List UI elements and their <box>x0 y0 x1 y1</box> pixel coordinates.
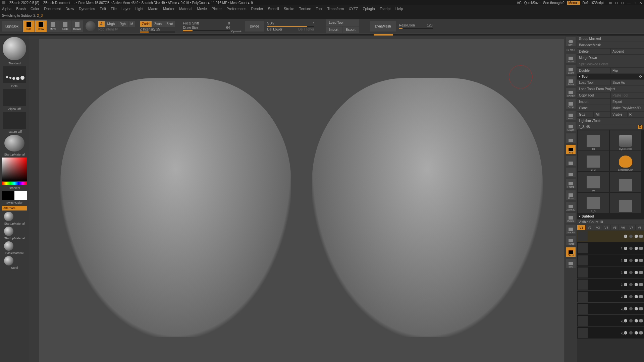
nav-persp[interactable]: Persp <box>566 99 576 109</box>
nav-aahalf[interactable]: AAHalf <box>566 88 576 97</box>
tool-thumb-4[interactable]: 10 <box>578 172 609 192</box>
nav-ghost[interactable]: Ghost <box>566 247 576 257</box>
double-button[interactable]: Double <box>577 68 610 73</box>
mode-mrgb[interactable]: Mrgb <box>105 21 117 27</box>
menu-xyzz[interactable]: XYZZ <box>348 7 358 11</box>
hue-strip[interactable] <box>2 182 27 185</box>
scale-mode-button[interactable]: Scale <box>59 20 71 32</box>
mode-m[interactable]: M <box>128 21 135 27</box>
tool-thumb-3[interactable]: SimpleBrush <box>610 151 641 171</box>
dynamesh-button[interactable]: DynaMesh <box>370 21 396 32</box>
nav-actual[interactable]: Actual <box>566 76 576 86</box>
subtool-row-2_1[interactable]: 2_1 <box>577 315 644 327</box>
nav-btn9[interactable] <box>566 156 576 166</box>
import-button[interactable]: Import <box>577 99 610 105</box>
visibility-eye-icon[interactable] <box>639 331 643 335</box>
viewset-v4[interactable]: V4 <box>602 225 610 230</box>
move-mode-button[interactable]: Move <box>47 20 59 32</box>
alpha-thumb[interactable] <box>3 89 26 106</box>
visibility-eye-icon[interactable] <box>639 295 643 298</box>
switch-color-label[interactable]: SwitchColor <box>6 200 22 205</box>
layout-btn-3[interactable]: ⊡ <box>621 1 624 5</box>
seethrough-slider[interactable]: See-through 0 <box>543 1 564 5</box>
layout-btn-2[interactable]: ⊟ <box>615 1 618 5</box>
subtool-header[interactable]: ▾Subtool <box>577 214 644 219</box>
mergedown-button[interactable]: MergeDown <box>577 55 644 61</box>
menu-color[interactable]: Color <box>31 7 39 11</box>
mode-zcut[interactable]: Zcut <box>164 21 175 27</box>
nav-rotate[interactable]: Rotate <box>566 213 576 223</box>
visibility-eye-icon[interactable] <box>639 247 643 250</box>
tool-thumb-7[interactable] <box>610 193 641 213</box>
paste-tool-button[interactable]: Paste Tool <box>611 93 644 98</box>
minimize-btn[interactable]: — <box>627 1 631 5</box>
divide-button[interactable]: Divide <box>245 21 264 32</box>
z-intensity-label[interactable]: Z Intensity 25 <box>140 27 160 31</box>
import-button[interactable]: Import <box>326 26 342 33</box>
export-button[interactable]: Export <box>611 99 644 105</box>
nav-frame[interactable]: Frame <box>566 179 576 188</box>
del-lower-button[interactable]: Del Lower <box>267 27 282 31</box>
viewset-v8[interactable]: V8 <box>636 225 644 230</box>
nav-scroll[interactable]: Scroll <box>566 54 576 63</box>
subtool-row-2_5[interactable]: 2_5 <box>577 291 644 303</box>
visible-button[interactable]: Visible <box>611 112 627 117</box>
menu-render[interactable]: Render <box>251 7 263 11</box>
material-ball[interactable] <box>4 241 13 251</box>
subtool-row-2_8[interactable]: 2_8 <box>577 279 644 291</box>
menus-button[interactable]: Menus <box>567 1 580 5</box>
material-ball[interactable] <box>4 256 13 265</box>
stroke-thumb[interactable] <box>3 66 26 83</box>
brush-preview-orb[interactable] <box>86 21 96 31</box>
bpr-button[interactable]: BPR <box>566 37 576 46</box>
save-as-button[interactable]: Save As <box>611 80 644 85</box>
swatch-secondary[interactable] <box>14 191 27 200</box>
nav-zoom[interactable]: Zoom <box>566 65 576 74</box>
subtool-row-2_2[interactable]: 2_2 <box>577 303 644 315</box>
visibility-eye-icon[interactable] <box>639 235 643 238</box>
nav-zoom3d[interactable]: Zoom3D <box>566 202 576 211</box>
nav-linefill[interactable]: Line Fill <box>566 225 576 234</box>
material-thumb[interactable] <box>4 135 24 152</box>
menu-document[interactable]: Document <box>44 7 61 11</box>
nav-move[interactable]: Move <box>566 190 576 200</box>
layout-btn[interactable]: ⊞ <box>609 1 612 5</box>
visibility-eye-icon[interactable] <box>639 271 643 274</box>
material-ball[interactable] <box>4 212 13 221</box>
nav-lsym[interactable]: L.Sym <box>566 122 576 131</box>
mode-a[interactable]: A <box>98 21 105 27</box>
subtool-row-2_3[interactable]: 2_3 <box>577 242 644 254</box>
maximize-btn[interactable]: □ <box>634 1 636 5</box>
swatch-main[interactable] <box>2 191 14 200</box>
viewset-v5[interactable]: V5 <box>611 225 619 230</box>
all-button[interactable]: All <box>594 112 610 117</box>
spix-slider[interactable]: SPix 3 <box>567 48 575 52</box>
brush-thumb[interactable] <box>3 37 26 60</box>
visibility-eye-icon[interactable] <box>639 283 643 286</box>
make-polymesh3d-button[interactable]: Make PolyMesh3D <box>611 105 644 111</box>
quicksave-button[interactable]: QuickSave <box>524 1 540 5</box>
mode-rgb[interactable]: Rgb <box>117 21 127 27</box>
menu-texture[interactable]: Texture <box>299 7 311 11</box>
backfacemask-button[interactable]: BackfaceMask <box>577 42 644 48</box>
color-picker[interactable] <box>2 158 27 181</box>
tool-thumb-5[interactable] <box>610 172 641 192</box>
menu-stencil[interactable]: Stencil <box>268 7 279 11</box>
group-masked-button[interactable]: Group Masked <box>577 36 644 42</box>
focal-shift-label[interactable]: Focal Shift <box>183 21 199 25</box>
menu-tool[interactable]: Tool <box>316 7 323 11</box>
subtool-row-9[interactable]: 9 <box>577 230 644 242</box>
menu-stroke[interactable]: Stroke <box>284 7 294 11</box>
viewset-v6[interactable]: V6 <box>619 225 627 230</box>
tool-thumb-6[interactable]: 2_3 <box>578 193 609 213</box>
goz-button[interactable]: GoZ <box>577 112 593 117</box>
delete-button[interactable]: Delete <box>577 49 610 54</box>
mode-zsub[interactable]: Zsub <box>152 21 164 27</box>
load-tools-from-project-button[interactable]: Load Tools From Project <box>577 86 644 92</box>
alternate-button[interactable]: Alternate <box>2 206 27 210</box>
close-btn[interactable]: ✕ <box>639 1 642 5</box>
append-button[interactable]: Append <box>611 49 644 54</box>
tool-name-row[interactable]: 2_3. 48 R <box>577 124 644 129</box>
viewset-v3[interactable]: V3 <box>594 225 602 230</box>
menu-alpha[interactable]: Alpha <box>2 7 11 11</box>
